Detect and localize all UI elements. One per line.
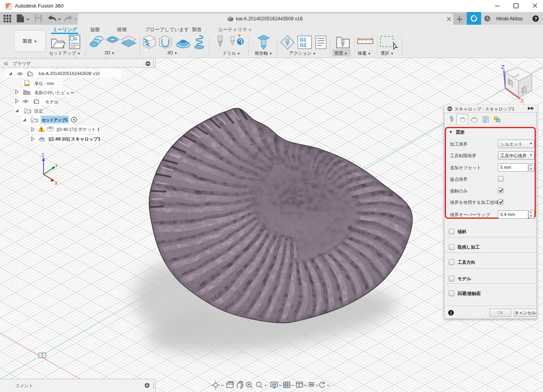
svg-text:Z: Z [42, 152, 44, 157]
svg-text:G1: G1 [300, 37, 306, 43]
svg-text:Z: Z [501, 63, 505, 70]
svg-text:G: G [74, 36, 77, 41]
svg-text:Y: Y [55, 163, 58, 168]
svg-text:?: ? [535, 16, 537, 21]
svg-text:G2: G2 [300, 42, 306, 48]
svg-text:X: X [55, 181, 58, 186]
svg-text:X: X [520, 97, 524, 104]
